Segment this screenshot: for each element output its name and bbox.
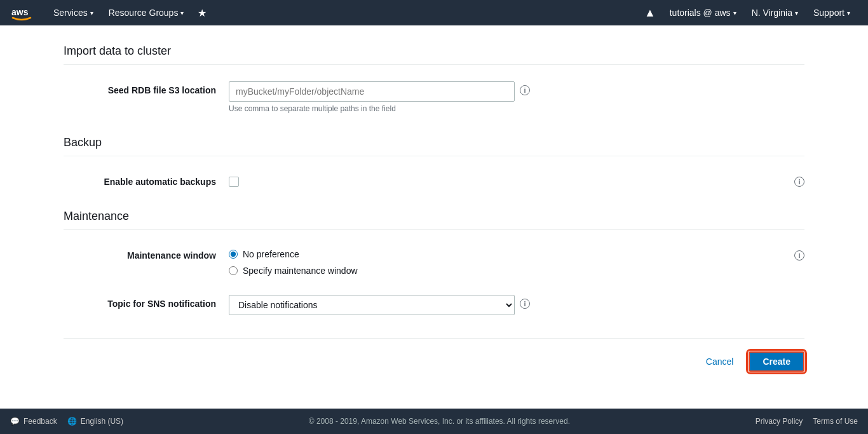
nav-right: ▲ tutorials @ aws ▾ N. Virginia ▾ Suppor…: [638, 0, 858, 25]
maintenance-window-info-icon[interactable]: i: [794, 250, 804, 261]
footer-left: 💬 Feedback 🌐 English (US): [10, 417, 123, 426]
footer-copyright: © 2008 - 2019, Amazon Web Services, Inc.…: [123, 417, 756, 426]
svg-text:aws: aws: [11, 7, 29, 17]
enable-backups-control-area: i: [229, 173, 804, 187]
seed-rdb-input[interactable]: [229, 81, 515, 102]
backup-section: Backup Enable automatic backups i: [64, 136, 804, 191]
globe-icon: 🌐: [67, 417, 77, 426]
import-data-title: Import data to cluster: [64, 44, 804, 65]
maintenance-title: Maintenance: [64, 210, 804, 230]
services-caret-icon: ▾: [90, 10, 93, 17]
support-caret-icon: ▾: [847, 10, 850, 17]
sns-notification-row: Topic for SNS notification Disable notif…: [64, 291, 804, 319]
resource-groups-menu[interactable]: Resource Groups ▾: [101, 0, 192, 25]
specify-window-option[interactable]: Specify maintenance window: [229, 266, 358, 276]
no-preference-radio[interactable]: [229, 250, 238, 259]
bookmarks-icon[interactable]: ★: [191, 0, 213, 25]
feedback-link[interactable]: 💬 Feedback: [10, 417, 57, 426]
import-data-section: Import data to cluster Seed RDB file S3 …: [64, 44, 804, 117]
enable-backups-checkbox[interactable]: [229, 177, 239, 187]
maintenance-window-control-area: No preference Specify maintenance window…: [229, 247, 804, 276]
notifications-bell-icon[interactable]: ▲: [638, 6, 662, 20]
sns-notification-select[interactable]: Disable notifications Create new topic U…: [229, 295, 515, 315]
seed-rdb-wrap: Use comma to separate multiple paths in …: [229, 81, 515, 113]
no-preference-label: No preference: [243, 249, 299, 259]
maintenance-section: Maintenance Maintenance window No prefer…: [64, 210, 804, 319]
maintenance-window-radio-group: No preference Specify maintenance window: [229, 249, 358, 276]
sns-info-icon[interactable]: i: [520, 299, 530, 309]
seed-rdb-control-area: Use comma to separate multiple paths in …: [229, 81, 804, 113]
backup-title: Backup: [64, 136, 804, 156]
user-menu[interactable]: tutorials @ aws ▾: [662, 0, 744, 25]
footer-right: Privacy Policy Terms of Use: [756, 417, 858, 426]
region-caret-icon: ▾: [795, 10, 798, 17]
aws-logo[interactable]: aws: [10, 4, 33, 22]
footer: 💬 Feedback 🌐 English (US) © 2008 - 2019,…: [0, 409, 868, 434]
support-menu[interactable]: Support ▾: [806, 0, 858, 25]
top-navigation: aws Services ▾ Resource Groups ▾ ★ ▲ tut…: [0, 0, 868, 25]
main-content: Import data to cluster Seed RDB file S3 …: [0, 25, 868, 409]
seed-rdb-row: Seed RDB file S3 location Use comma to s…: [64, 78, 804, 117]
no-preference-option[interactable]: No preference: [229, 249, 358, 259]
maintenance-window-label: Maintenance window: [64, 247, 229, 261]
seed-rdb-label: Seed RDB file S3 location: [64, 81, 229, 95]
sns-label: Topic for SNS notification: [64, 295, 229, 309]
language-selector[interactable]: 🌐 English (US): [67, 417, 123, 426]
services-menu[interactable]: Services ▾: [46, 0, 101, 25]
feedback-chat-icon: 💬: [10, 417, 20, 426]
region-menu[interactable]: N. Virginia ▾: [744, 0, 806, 25]
privacy-policy-link[interactable]: Privacy Policy: [756, 417, 803, 426]
seed-rdb-hint: Use comma to separate multiple paths in …: [229, 104, 515, 113]
create-button[interactable]: Create: [749, 351, 804, 372]
sns-control-area: Disable notifications Create new topic U…: [229, 295, 804, 315]
terms-of-use-link[interactable]: Terms of Use: [813, 417, 858, 426]
enable-backups-row: Enable automatic backups i: [64, 169, 804, 191]
enable-backups-label: Enable automatic backups: [64, 173, 229, 187]
maintenance-window-row: Maintenance window No preference Specify…: [64, 243, 804, 280]
user-caret-icon: ▾: [733, 10, 736, 17]
resource-groups-caret-icon: ▾: [180, 10, 184, 17]
seed-rdb-info-icon[interactable]: i: [520, 85, 530, 95]
enable-backups-info-icon[interactable]: i: [794, 177, 804, 187]
cancel-button[interactable]: Cancel: [698, 353, 742, 370]
specify-window-radio[interactable]: [229, 266, 238, 275]
action-bar: Cancel Create: [64, 338, 804, 378]
specify-window-label: Specify maintenance window: [243, 266, 358, 276]
